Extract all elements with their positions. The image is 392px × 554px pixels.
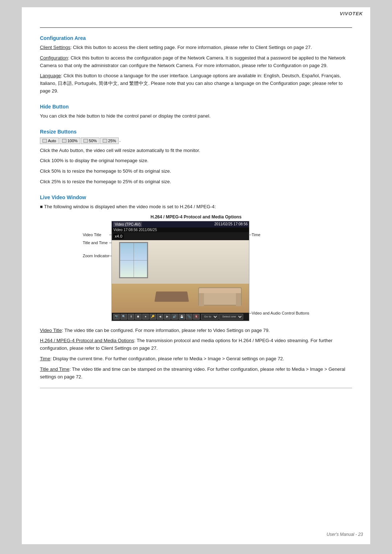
ctrl-camera-btn[interactable]: 📷: [113, 314, 120, 320]
page: VIVOTEK Configuration Area Client Settin…: [22, 7, 370, 544]
title-time-desc-label: Title and Time: [40, 366, 69, 372]
resize-label-50: 50%: [89, 139, 97, 143]
resize-line2: Click 100% is to display the original ho…: [40, 157, 352, 165]
resize-btn-25[interactable]: 25%: [100, 138, 119, 144]
video-top-bar: Video (TPC-AV) 2011/02/25 17:08:56: [112, 221, 249, 227]
language-text: : Click this button to choose a language…: [40, 73, 343, 94]
resize-buttons-title: Resize Buttons: [40, 129, 352, 135]
resize-btn-100[interactable]: 100%: [60, 138, 80, 144]
live-video-section: Live Video Window ■ The following window…: [40, 194, 352, 381]
ctrl-key-btn[interactable]: 🔑: [150, 314, 156, 320]
room-sofa: [198, 287, 242, 305]
resize-line4: Click 25% is to resize the homepage to 2…: [40, 178, 352, 186]
room-table: [155, 291, 189, 301]
ctrl-vol-btn[interactable]: 🔊: [171, 314, 178, 320]
config-area-section: Configuration Area Client Settings: Clic…: [40, 35, 352, 95]
controls-label-right: Video and Audio Control Buttons: [252, 311, 309, 315]
video-diagram: H.264 / MPEG-4 Protocol and Media Option…: [40, 214, 352, 321]
title-time-desc-text: : The video title and time can be stampe…: [40, 366, 345, 379]
hide-button-text: You can click the hide button to hide th…: [40, 112, 352, 120]
label-video-title: Video Title: [83, 231, 109, 238]
ctrl-stop-btn[interactable]: ⏹: [135, 314, 142, 320]
zoom-indicator-value: x4.0: [113, 234, 124, 239]
ctrl-zoom-btn[interactable]: 🔍: [121, 314, 127, 320]
ctrl-clip-btn[interactable]: 📎: [186, 314, 192, 320]
live-video-intro: ■ The following window is displayed when…: [40, 203, 352, 211]
ctrl-select-dropdown[interactable]: Select one: [219, 314, 243, 320]
resize-buttons-section: Resize Buttons Auto 100% 50% 25% . Click…: [40, 129, 352, 186]
protocol-desc-label: H.264 / MPEG-4 Protocol and Media Option…: [40, 338, 134, 343]
diagram-labels-left: Video Title Title and Time Zoom Indicato…: [83, 231, 109, 259]
protocol-desc-para: H.264 / MPEG-4 Protocol and Media Option…: [40, 337, 352, 352]
resize-btn-50[interactable]: 50%: [81, 138, 99, 144]
video-image-area: [112, 240, 249, 313]
resize-icon-50: [83, 139, 88, 143]
ctrl-save-btn[interactable]: 💾: [179, 314, 185, 320]
ctrl-goto-dropdown[interactable]: Go to: [201, 314, 219, 320]
resize-label-25: 25%: [108, 139, 116, 143]
footer-text: User's Manual - 23: [327, 532, 363, 537]
resize-btn-auto[interactable]: Auto: [40, 138, 59, 144]
client-settings-paragraph: Client Settings: Click this button to ac…: [40, 44, 352, 52]
ctrl-res-btn[interactable]: ▶: [164, 314, 171, 320]
language-label: Language: [40, 73, 61, 78]
title-time-desc-para: Title and Time: The video title and time…: [40, 366, 352, 381]
room-window: [119, 242, 148, 278]
configuration-label: Configuration: [40, 55, 68, 61]
configuration-text: : Click this button to access the config…: [40, 55, 346, 68]
resize-line1: Click the Auto button, the video cell wi…: [40, 147, 352, 155]
diagram-title: H.264 / MPEG-4 Protocol and Media Option…: [151, 214, 242, 219]
bottom-divider: [40, 388, 352, 388]
diagram-labels-right: Time Video and Audio Control Buttons: [252, 231, 309, 315]
video-frame: Video (TPC-AV) 2011/02/25 17:08:56 Video…: [111, 221, 249, 321]
diagram-wrapper: Video Title Title and Time Zoom Indicato…: [83, 221, 309, 321]
hide-button-section: Hide Button You can click the hide butto…: [40, 104, 352, 120]
video-title-desc-text: : The video title can be configured. For…: [62, 328, 270, 333]
resize-label-100: 100%: [68, 139, 78, 143]
live-video-title: Live Video Window: [40, 194, 352, 200]
brand-header: VIVOTEK: [340, 11, 363, 16]
resize-label-auto: Auto: [48, 139, 56, 143]
resize-icon-25: [103, 139, 107, 143]
resize-buttons-group: Auto 100% 50% 25% .: [40, 138, 352, 144]
video-time-text: 2011/02/25 17:08:56: [215, 222, 248, 227]
configuration-paragraph: Configuration: Click this button to acce…: [40, 54, 352, 70]
resize-period: .: [119, 138, 121, 144]
language-paragraph: Language: Click this button to choose a …: [40, 72, 352, 95]
ctrl-dot-btn[interactable]: ●: [142, 314, 149, 320]
resize-icon-auto: [42, 139, 47, 143]
resize-icon-100: [62, 139, 66, 143]
video-title-text: Video (TPC-AV): [113, 222, 142, 227]
controls-label-text: Video and Audio Control Buttons: [252, 311, 309, 315]
ctrl-mute-btn[interactable]: 🔇: [193, 314, 200, 320]
time-desc-text: : Display the current time. For further …: [50, 356, 284, 361]
resize-line3: Click 50% is to resize the homepage to 5…: [40, 168, 352, 175]
client-settings-label: Client Settings: [40, 45, 70, 50]
video-controls-bar: 📷 🔍 ⏸ ⏹ ● 🔑 ◀ ▶ 🔊 💾 📎 🔇: [112, 313, 249, 321]
client-settings-text: : Click this button to access the client…: [70, 45, 312, 50]
video-subtitle-bar: Video 17:08:56 2011/06/25: [112, 227, 249, 232]
label-title-time: Title and Time: [83, 239, 109, 246]
ctrl-back-btn[interactable]: ◀: [157, 314, 163, 320]
time-desc-para: Time: Display the current time. For furt…: [40, 355, 352, 363]
config-area-title: Configuration Area: [40, 35, 352, 41]
label-time-right: Time: [252, 231, 309, 238]
hide-button-title: Hide Button: [40, 104, 352, 110]
top-divider: [40, 27, 352, 28]
time-desc-label: Time: [40, 356, 50, 361]
label-zoom-indicator: Zoom Indicator: [83, 252, 109, 259]
ctrl-pause-btn[interactable]: ⏸: [128, 314, 134, 320]
video-title-desc-para: Video Title: The video title can be conf…: [40, 327, 352, 335]
video-title-desc-label: Video Title: [40, 328, 62, 333]
